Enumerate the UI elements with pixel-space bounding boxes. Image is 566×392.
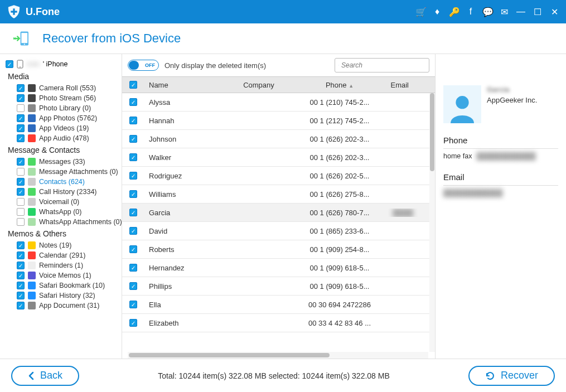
feedback-icon[interactable]: ✉ [499, 7, 509, 17]
sidebar-item-label: App Audio (478) [39, 134, 89, 142]
sidebar-item-checkbox[interactable] [17, 104, 25, 112]
chat-icon[interactable]: 💬 [482, 7, 492, 17]
maximize-icon[interactable]: ☐ [533, 7, 543, 17]
sidebar-item[interactable]: WhatsApp Attachments (0) [6, 217, 117, 227]
facebook-icon[interactable]: f [466, 7, 476, 17]
row-checkbox[interactable]: ✓ [129, 135, 137, 143]
sidebar-item-checkbox[interactable]: ✓ [17, 241, 25, 249]
row-checkbox[interactable]: ✓ [129, 319, 137, 327]
diamond-icon[interactable]: ♦ [432, 7, 442, 17]
search-box[interactable] [335, 58, 429, 72]
sidebar-item-checkbox[interactable]: ✓ [17, 178, 25, 186]
table-row[interactable]: ✓Rodriguez00 1 (626) 202-5... [122, 167, 429, 185]
table-row[interactable]: ✓David00 1 (865) 233-6... [122, 222, 429, 240]
sidebar-item-checkbox[interactable] [17, 218, 25, 226]
sidebar-item-checkbox[interactable]: ✓ [17, 134, 25, 142]
sidebar-item[interactable]: ✓Call History (2334) [6, 187, 117, 197]
sidebar-item-checkbox[interactable]: ✓ [17, 188, 25, 196]
cart-icon[interactable]: 🛒 [415, 7, 425, 17]
row-checkbox[interactable]: ✓ [129, 245, 137, 253]
sidebar-item-checkbox[interactable]: ✓ [17, 158, 25, 166]
phone-label: home fax [443, 152, 472, 160]
table-row[interactable]: ✓Williams00 1 (626) 275-8... [122, 185, 429, 204]
sidebar-item-checkbox[interactable]: ✓ [17, 94, 25, 102]
back-button[interactable]: Back [11, 366, 79, 386]
row-checkbox[interactable]: ✓ [129, 264, 137, 272]
row-checkbox[interactable]: ✓ [129, 301, 137, 308]
sidebar-item[interactable]: ✓App Audio (478) [6, 133, 117, 143]
sidebar-item[interactable]: WhatsApp (0) [6, 207, 117, 217]
sidebar-item-checkbox[interactable]: ✓ [17, 124, 25, 132]
close-icon[interactable]: ✕ [549, 7, 559, 17]
table-row[interactable]: ✓Alyssa00 1 (210) 745-2... [122, 93, 429, 112]
row-checkbox[interactable]: ✓ [129, 209, 137, 216]
sidebar-item[interactable]: ✓Contacts (624) [6, 177, 117, 187]
sidebar-item[interactable]: ✓Safari Bookmark (10) [6, 280, 117, 291]
sidebar-item-checkbox[interactable]: ✓ [17, 282, 25, 289]
row-checkbox[interactable]: ✓ [129, 282, 137, 290]
sidebar-item-checkbox[interactable]: ✓ [17, 272, 25, 279]
table-row[interactable]: ✓Ella00 30 694 2472286 [122, 296, 429, 314]
vertical-scrollbar[interactable] [429, 93, 435, 352]
sidebar-item[interactable]: ✓Notes (19) [6, 240, 117, 250]
minimize-icon[interactable]: — [516, 7, 526, 17]
sidebar-item-checkbox[interactable]: ✓ [17, 292, 25, 299]
col-name[interactable]: Name [144, 81, 217, 89]
sidebar-item[interactable]: Message Attachments (0) [6, 167, 117, 177]
sidebar-item[interactable]: ✓Messages (33) [6, 157, 117, 167]
horizontal-scrollbar[interactable] [128, 352, 428, 359]
row-checkbox[interactable]: ✓ [129, 172, 137, 180]
sidebar-item[interactable]: ✓App Photos (5762) [6, 113, 117, 123]
sidebar-item-checkbox[interactable]: ✓ [17, 251, 25, 259]
cell-phone: 00 1 (626) 275-8... [301, 190, 379, 199]
subheader: Recover from iOS Device [0, 23, 566, 54]
sidebar-item-checkbox[interactable]: ✓ [17, 84, 25, 92]
sidebar-section-title: Media [8, 72, 117, 81]
table-row[interactable]: ✓Roberts00 1 (909) 254-8... [122, 240, 429, 259]
table-row[interactable]: ✓Johnson00 1 (626) 202-3... [122, 130, 429, 148]
sidebar-item[interactable]: ✓App Videos (19) [6, 123, 117, 133]
table-row[interactable]: ✓Walker00 1 (626) 202-3... [122, 148, 429, 167]
row-checkbox[interactable]: ✓ [129, 227, 137, 235]
sidebar-item[interactable]: Voicemail (0) [6, 197, 117, 207]
row-checkbox[interactable]: ✓ [129, 153, 137, 161]
sidebar-item[interactable]: ✓Voice Memos (1) [6, 270, 117, 280]
sidebar-item[interactable]: Photo Library (0) [6, 103, 117, 113]
search-input[interactable] [341, 61, 425, 69]
recover-button[interactable]: Recover [468, 366, 555, 386]
cell-name: Williams [144, 190, 217, 199]
table-row[interactable]: ✓Hannah00 1 (212) 745-2... [122, 112, 429, 130]
col-company[interactable]: Company [217, 81, 301, 89]
table-row[interactable]: ✓Phillips00 1 (909) 618-5... [122, 277, 429, 296]
sidebar-item[interactable]: ✓Safari History (32) [6, 291, 117, 301]
row-checkbox[interactable]: ✓ [129, 98, 137, 106]
sidebar-item-checkbox[interactable] [17, 198, 25, 206]
col-email[interactable]: Email [379, 81, 418, 89]
sidebar-item[interactable]: ✓Calendar (291) [6, 250, 117, 260]
sidebar-item-checkbox[interactable] [17, 168, 25, 176]
sidebar-item-checkbox[interactable]: ✓ [17, 302, 25, 309]
titlebar-actions: 🛒 ♦ 🔑 f 💬 ✉ — ☐ ✕ [415, 7, 559, 17]
svg-point-8 [20, 66, 21, 67]
table-row[interactable]: ✓Hernandez00 1 (909) 618-5... [122, 259, 429, 277]
avatar [443, 85, 481, 123]
sidebar-item-checkbox[interactable]: ✓ [17, 262, 25, 269]
select-all-checkbox[interactable]: ✓ [129, 81, 137, 89]
sidebar-item-checkbox[interactable]: ✓ [17, 114, 25, 122]
sidebar-item[interactable]: ✓Camera Roll (553) [6, 83, 117, 93]
row-checkbox[interactable]: ✓ [129, 190, 137, 198]
device-checkbox[interactable]: ✓ [6, 60, 13, 68]
key-icon[interactable]: 🔑 [449, 7, 459, 17]
sidebar-item[interactable]: ✓App Document (31) [6, 301, 117, 311]
table-row[interactable]: ✓Garcia00 1 (626) 780-7...████ [122, 204, 429, 222]
device-row[interactable]: ✓ □□□ ' iPhone [6, 60, 117, 69]
table-row[interactable]: ✓Elizabeth00 33 4 42 83 46 ... [122, 314, 429, 332]
sidebar-item-checkbox[interactable] [17, 208, 25, 216]
deleted-only-toggle[interactable]: OFF [128, 60, 159, 71]
detail-name: Garcia [487, 85, 537, 94]
toggle-state: OFF [145, 62, 155, 68]
sidebar-item[interactable]: ✓Photo Stream (56) [6, 93, 117, 103]
row-checkbox[interactable]: ✓ [129, 117, 137, 124]
sidebar-item[interactable]: ✓Reminders (1) [6, 260, 117, 270]
col-phone[interactable]: Phone ▲ [301, 81, 379, 89]
